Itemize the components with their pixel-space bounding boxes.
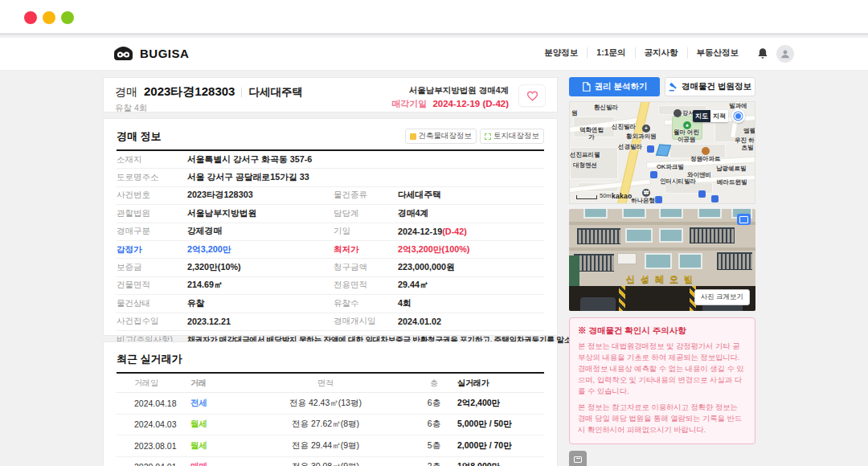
owl-logo-icon (113, 45, 134, 61)
photo-enlarge-button[interactable]: 사진 크게보기 (694, 289, 750, 305)
ledger-button[interactable]: 토지대장정보 (480, 129, 544, 144)
map-label: 덕화연립가 (578, 127, 605, 141)
notification-bell-icon[interactable] (755, 47, 770, 61)
transactions-card: 최근 실거래가 거래일 거래 면적 층 실거래가 2024.04.18전세전용 … (103, 341, 558, 466)
info-value: 2024-12-19(D-42) (398, 227, 544, 236)
toggle-map-view[interactable]: 지도 (693, 110, 710, 122)
info-row: 보증금2,320만(10%)청구금액223,000,000원 (117, 259, 544, 276)
case-number: 2023타경128303 (144, 84, 235, 100)
sale-date-label: 매각기일 (391, 99, 427, 108)
info-row: 물건상태유찰유찰수4회 (117, 295, 544, 313)
transaction-row: 2024.04.18전세전용 42.43㎡(13평)6층2억2,400만 (117, 393, 544, 415)
toggle-cadastral-view[interactable]: 지적 (710, 110, 728, 122)
col-type: 거래 (190, 378, 240, 389)
bus-map-icon (650, 171, 657, 178)
info-label: 관할법원 (117, 208, 187, 219)
map-label: 황외과의원 (626, 133, 657, 141)
tx-area: 전용 27.62㎡(8평) (240, 419, 411, 430)
map-label: 신진빌라 (612, 124, 636, 131)
transaction-row: 2023.08.01월세전용 29.44㎡(9평)5층2,000만 / 70만 (117, 435, 544, 457)
col-date: 거래일 (117, 378, 190, 389)
info-value: 강제경매 (187, 226, 334, 237)
photo-count-icon (737, 214, 751, 225)
court-name: 서울남부지방법원 경매4계 (391, 84, 509, 97)
brand-logo[interactable]: BUGISA (113, 45, 189, 61)
info-label: 전용면적 (334, 280, 398, 291)
bus-map-icon (711, 195, 719, 202)
page-icon (574, 456, 582, 463)
window-maximize-button[interactable] (61, 11, 74, 24)
transaction-row: 2020.04.01매매전용 30.08㎡(9평)2층1억8,000만 (117, 457, 544, 466)
info-value: 다세대주택 (398, 190, 544, 201)
map-type-toggle: 지도 지적 (693, 110, 728, 122)
ledger-button[interactable]: 건축물대장정보 (405, 129, 477, 144)
ledger-button-label: 토지대장정보 (493, 131, 539, 141)
building-sign: 신성레오빌 (569, 273, 755, 287)
info-value: 2023타경128303 (187, 190, 334, 201)
favorite-button[interactable] (518, 84, 546, 107)
col-area: 면적 (240, 378, 411, 389)
window-minimize-button[interactable] (43, 11, 55, 24)
auction-info-card: 경매 정보 건축물대장정보토지대장정보 소재지서울특별시 강서구 화곡동 357… (103, 118, 558, 336)
nav-item[interactable]: 공지사항 (635, 47, 687, 59)
rights-analysis-button[interactable]: 권리 분석하기 (569, 77, 660, 96)
building-icon (410, 133, 416, 140)
info-value: 2023.12.21 (187, 317, 334, 326)
info-label: 물건종류 (334, 190, 398, 201)
quick-memo-button[interactable] (569, 451, 587, 466)
caution-title: ※ 경매물건 확인시 주의사항 (578, 325, 747, 337)
info-row: 감정가2억3,200만최저가2억3,200만(100%) (117, 241, 544, 259)
info-label: 경매개시일 (334, 316, 398, 327)
balcony-railing (577, 228, 620, 244)
col-floor: 층 (411, 378, 457, 389)
info-label: 유찰수 (334, 298, 398, 309)
map-locate-button[interactable] (731, 109, 745, 123)
tx-date: 2024.04.03 (117, 419, 190, 429)
tx-date: 2023.08.01 (117, 441, 190, 451)
document-icon (582, 82, 591, 92)
bus-map-icon (698, 190, 706, 198)
land-icon (485, 133, 491, 140)
info-value: 유찰 (187, 298, 334, 309)
info-value: 서울남부지방법원 (187, 208, 334, 219)
tx-type: 매매 (190, 461, 240, 466)
map-label: 인터시티빌라 (660, 178, 696, 186)
info-label: 사건접수일 (117, 316, 187, 327)
info-label: 소재지 (117, 154, 187, 166)
auction-info-table: 소재지서울특별시 강서구 화곡동 357-6도로명주소서울 강서구 곰달래로15… (117, 151, 544, 349)
info-row: 경매구분강제경매기일2024-12-19(D-42) (117, 223, 544, 241)
tx-area: 전용 29.44㎡(9평) (240, 440, 411, 452)
caution-paragraph-2: 본 정보는 참고자료로 이용하시고 정확한 정보는 경매 당일 해당 법원을 통… (578, 403, 747, 436)
kakao-map[interactable]: +♠₩ 환신빌라원빌과에강서덕화연립가신진빌라황외과의원선경빌라월마 어린이공원… (569, 101, 755, 204)
dday-badge: (D-42) (442, 227, 467, 236)
window-close-button[interactable] (24, 11, 37, 24)
map-label: 하나은행 (631, 198, 655, 204)
info-row: 사건번호2023타경128303물건종류다세대주택 (117, 187, 544, 205)
heart-icon (526, 91, 538, 101)
map-label: 선경빌라 (618, 144, 642, 151)
user-avatar[interactable] (776, 45, 794, 63)
ledger-buttons: 건축물대장정보토지대장정보 (405, 129, 545, 144)
map-label: 남광쉐르빌 (716, 166, 747, 173)
bus-map-icon (647, 145, 654, 153)
map-label: 환신빌라 (594, 104, 618, 112)
nav-item[interactable]: 1:1문의 (587, 47, 634, 59)
right-sidebar: 권리 분석하기 경매물건 법원정보 (569, 77, 755, 466)
info-label: 보증금 (117, 262, 187, 273)
caution-paragraph-1: 본 정보는 대법원경매정보 및 감정평가서 기타 공부상의 내용을 기초로 하여… (578, 341, 747, 398)
hospital-map-icon: + (642, 125, 650, 133)
info-label: 감정가 (117, 244, 187, 255)
court-info-button[interactable]: 경매물건 법원정보 (665, 77, 755, 96)
nav-item[interactable]: 분양정보 (535, 47, 587, 59)
property-type: 다세대주택 (248, 85, 303, 100)
nav-item[interactable]: 부동산정보 (687, 47, 748, 59)
ac-unit (617, 253, 637, 264)
tx-price: 2억2,400만 (457, 398, 544, 409)
property-photo[interactable]: 신성레오빌 사진 크게보기 (569, 209, 755, 311)
map-scale: 50m (576, 192, 612, 199)
info-label: 건물면적 (117, 280, 187, 291)
map-label: 대청맨션 (573, 162, 597, 170)
map-label: 선진프리웰 (570, 152, 600, 159)
tx-type: 전세 (190, 398, 240, 409)
listing-kind: 경매 (115, 85, 137, 100)
